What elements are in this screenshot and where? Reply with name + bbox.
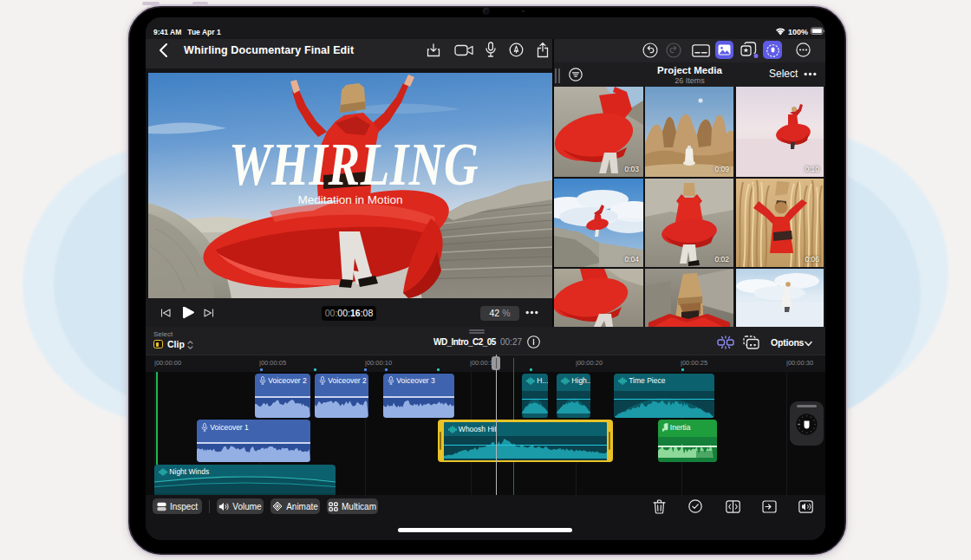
svg-text:100%: 100% (788, 28, 808, 36)
